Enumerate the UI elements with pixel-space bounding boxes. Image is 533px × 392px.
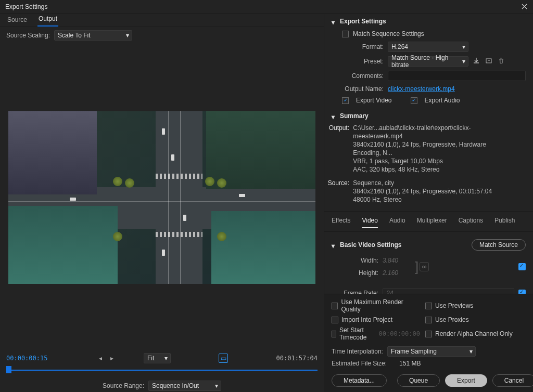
framerate-match-toggle[interactable] xyxy=(518,290,526,294)
tab-video[interactable]: Video xyxy=(362,217,377,228)
source-scaling-select[interactable]: Scale To Fit ▾ xyxy=(54,30,132,41)
window-title: Export Settings xyxy=(5,3,47,10)
step-fwd-icon[interactable]: ▸ xyxy=(107,354,117,363)
chevron-down-icon: ▾ xyxy=(164,355,168,362)
basic-video-settings-header: Basic Video Settings xyxy=(340,241,401,249)
time-interpolation-label: Time Interpolation: xyxy=(332,348,383,355)
preset-select[interactable]: Match Source - High bitrate ▾ xyxy=(388,56,468,67)
framerate-select[interactable]: 24 xyxy=(383,288,514,294)
estimated-size-value: 151 MB xyxy=(399,360,421,367)
tab-captions[interactable]: Captions xyxy=(459,217,483,228)
height-input[interactable]: 2.160 xyxy=(383,269,414,277)
chevron-down-icon: ▾ xyxy=(469,348,473,355)
import-project-label: Import Into Project xyxy=(341,316,392,323)
tab-publish[interactable]: Publish xyxy=(494,217,515,228)
export-settings-header: Export Settings xyxy=(340,18,386,25)
time-interpolation-select[interactable]: Frame Sampling ▾ xyxy=(387,346,476,357)
dimensions-match-toggle[interactable] xyxy=(518,263,526,270)
tab-multiplexer[interactable]: Multiplexer xyxy=(417,217,447,228)
comments-label: Comments: xyxy=(332,72,384,80)
render-alpha-label: Render Alpha Channel Only xyxy=(435,330,513,337)
match-sequence-checkbox[interactable] xyxy=(342,31,349,37)
summary-header: Summary xyxy=(340,112,369,120)
width-input[interactable]: 3.840 xyxy=(383,257,414,264)
tab-effects[interactable]: Effects xyxy=(332,217,350,228)
svg-rect-0 xyxy=(486,59,491,63)
framerate-value: 24 xyxy=(386,290,393,294)
export-video-label: Export Video xyxy=(356,97,392,104)
source-scaling-value: Scale To Fit xyxy=(58,32,90,39)
chevron-down-icon: ▾ xyxy=(126,32,129,39)
zoom-fit-value: Fit xyxy=(147,355,154,362)
tab-output[interactable]: Output xyxy=(37,13,58,27)
import-project-checkbox[interactable] xyxy=(332,317,338,323)
delete-preset-icon[interactable] xyxy=(498,57,506,66)
zoom-fit-select[interactable]: Fit ▾ xyxy=(144,353,171,363)
match-sequence-label: Match Sequence Settings xyxy=(353,30,424,37)
step-back-icon[interactable]: ◂ xyxy=(96,354,105,363)
export-button[interactable]: Export xyxy=(445,374,487,387)
cancel-button[interactable]: Cancel xyxy=(492,374,533,387)
use-max-quality-label: Use Maximum Render Quality xyxy=(341,298,420,313)
save-preset-icon[interactable] xyxy=(473,57,481,66)
preset-label: Preset: xyxy=(332,58,384,65)
tab-source[interactable]: Source xyxy=(6,14,28,27)
export-audio-checkbox[interactable] xyxy=(411,97,417,104)
summary-source-text: Sequence, city 3840x2160 (1,0), 24 fps, … xyxy=(353,179,509,204)
preview-panel: Source Output Source Scaling: Scale To F… xyxy=(0,14,324,392)
summary-output-label: Output: xyxy=(327,124,351,132)
metadata-button[interactable]: Metadata... xyxy=(332,374,387,387)
height-label: Height: xyxy=(332,269,378,277)
timeline[interactable] xyxy=(6,366,318,374)
source-range-label: Source Range: xyxy=(103,382,144,389)
framerate-label: Frame Rate: xyxy=(332,290,378,294)
output-name-label: Output Name: xyxy=(332,85,384,93)
time-interpolation-value: Frame Sampling xyxy=(391,348,437,355)
width-label: Width: xyxy=(332,257,378,264)
titlebar: Export Settings xyxy=(0,0,533,14)
bracket-icon: ] xyxy=(414,262,420,272)
format-label: Format: xyxy=(332,43,384,50)
tab-audio[interactable]: Audio xyxy=(389,217,405,228)
twisty-icon[interactable]: ▾ xyxy=(332,113,337,119)
start-tc-value[interactable]: 00:00:00:00 xyxy=(379,330,420,337)
source-range-value: Sequence In/Out xyxy=(152,382,199,389)
twisty-icon[interactable]: ▾ xyxy=(332,19,337,24)
link-dimensions-icon[interactable]: ∞ xyxy=(420,262,429,271)
queue-button[interactable]: Queue xyxy=(397,374,440,387)
preview-image xyxy=(8,111,315,284)
import-preset-icon[interactable] xyxy=(485,57,493,66)
estimated-size-label: Estimated File Size: xyxy=(332,360,387,367)
render-alpha-checkbox[interactable] xyxy=(425,331,432,337)
set-start-tc-label: Set Start Timecode xyxy=(339,326,373,341)
format-select[interactable]: H.264 ▾ xyxy=(388,42,468,52)
preset-value: Match Source - High bitrate xyxy=(391,54,459,69)
export-audio-label: Export Audio xyxy=(425,97,460,104)
export-video-checkbox[interactable] xyxy=(342,97,349,104)
use-proxies-checkbox[interactable] xyxy=(425,317,432,323)
chevron-down-icon: ▾ xyxy=(462,58,465,65)
use-previews-checkbox[interactable] xyxy=(425,303,432,309)
match-source-button[interactable]: Match Source xyxy=(472,239,526,251)
source-scaling-label: Source Scaling: xyxy=(6,32,50,39)
total-timecode: 00:01:57:04 xyxy=(276,355,318,362)
summary-output-text: C:\User...aublad\clickx-trailer\export\c… xyxy=(353,124,509,174)
use-previews-label: Use Previews xyxy=(435,302,473,309)
format-value: H.264 xyxy=(391,43,408,50)
use-max-quality-checkbox[interactable] xyxy=(332,303,338,309)
chevron-down-icon: ▾ xyxy=(215,382,218,389)
summary-source-label: Source: xyxy=(327,179,351,187)
comments-input[interactable] xyxy=(388,71,526,81)
use-proxies-label: Use Proxies xyxy=(435,316,469,323)
source-range-select[interactable]: Sequence In/Out ▾ xyxy=(148,381,221,391)
aspect-ratio-icon[interactable]: ▭ xyxy=(219,354,228,363)
current-timecode[interactable]: 00:00:00:15 xyxy=(6,355,47,362)
chevron-down-icon: ▾ xyxy=(462,43,465,50)
close-icon[interactable] xyxy=(521,3,528,10)
twisty-icon[interactable]: ▾ xyxy=(332,242,337,247)
output-name-link[interactable]: clickx-meesterwerk.mp4 xyxy=(388,85,455,93)
set-start-tc-checkbox[interactable] xyxy=(332,331,336,337)
